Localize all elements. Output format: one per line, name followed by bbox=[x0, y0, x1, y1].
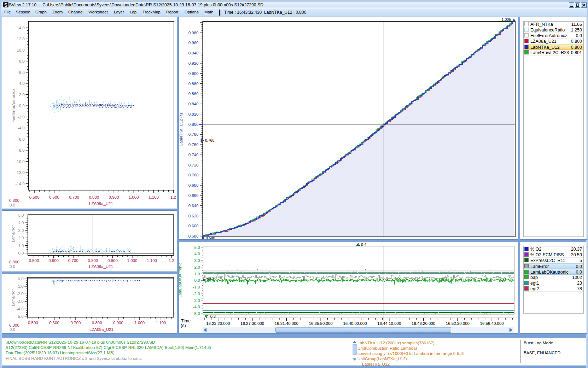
svg-text:0.920: 0.920 bbox=[188, 61, 199, 65]
svg-text:1.2: 1.2 bbox=[170, 195, 176, 199]
svg-text:6.0: 6.0 bbox=[19, 70, 25, 75]
svg-text:0.0: 0.0 bbox=[19, 104, 25, 108]
svg-text:-2.0: -2.0 bbox=[18, 115, 25, 119]
svg-text:0.880: 0.880 bbox=[188, 82, 199, 86]
svg-text:0.900: 0.900 bbox=[188, 71, 199, 76]
svg-text:16:44:10.000: 16:44:10.000 bbox=[377, 321, 401, 326]
svg-text:0.620: 0.620 bbox=[188, 214, 199, 218]
svg-text:0.1: 0.1 bbox=[207, 278, 212, 282]
svg-text:-5.0: -5.0 bbox=[193, 311, 200, 316]
svg-text:0.500: 0.500 bbox=[29, 195, 40, 199]
svg-text:16:40:00.000: 16:40:00.000 bbox=[343, 321, 367, 326]
svg-text:0.900: 0.900 bbox=[107, 258, 118, 263]
svg-text:16:27:30.000: 16:27:30.000 bbox=[240, 321, 264, 326]
svg-text:1.000: 1.000 bbox=[134, 321, 145, 325]
svg-text:16:23:20.000: 16:23:20.000 bbox=[206, 321, 230, 326]
svg-text:-1.0: -1.0 bbox=[193, 285, 200, 289]
svg-text:-6.0: -6.0 bbox=[18, 137, 25, 141]
svg-text:4.0: 4.0 bbox=[18, 221, 24, 225]
svg-text:-4.0: -4.0 bbox=[17, 307, 24, 311]
svg-text:1.100: 1.100 bbox=[149, 195, 159, 199]
svg-text:0.800: 0.800 bbox=[9, 198, 19, 203]
svg-text:0.580: 0.580 bbox=[206, 236, 215, 240]
svg-text:0.0: 0.0 bbox=[10, 203, 15, 207]
svg-text:-10.0: -10.0 bbox=[15, 159, 24, 164]
svg-text:LamError: LamError bbox=[11, 289, 15, 306]
svg-text:1.000: 1.000 bbox=[127, 258, 138, 263]
svg-text:1.2: 1.2 bbox=[169, 258, 174, 263]
svg-text:0.700: 0.700 bbox=[68, 258, 78, 263]
svg-text:0.800: 0.800 bbox=[89, 195, 99, 199]
svg-text:3.0: 3.0 bbox=[18, 228, 24, 233]
svg-text:0.820: 0.820 bbox=[188, 112, 199, 116]
svg-text:0.780: 0.780 bbox=[188, 132, 199, 136]
svg-text:10.0: 10.0 bbox=[17, 48, 24, 52]
svg-text:0.768: 0.768 bbox=[205, 138, 214, 142]
svg-text:-5.0: -5.0 bbox=[17, 314, 24, 319]
svg-text:0.900: 0.900 bbox=[113, 321, 123, 325]
svg-text:2.0: 2.0 bbox=[18, 236, 24, 240]
svg-text:0.600: 0.600 bbox=[49, 321, 59, 325]
svg-text:0.840: 0.840 bbox=[188, 102, 199, 106]
svg-text:0.700: 0.700 bbox=[71, 321, 81, 325]
svg-text:16:56:40.000: 16:56:40.000 bbox=[480, 321, 504, 326]
svg-text:-2.0: -2.0 bbox=[193, 292, 200, 296]
svg-text:5.0: 5.0 bbox=[18, 213, 24, 217]
svg-text:0.980: 0.980 bbox=[188, 31, 199, 35]
svg-text:LZA08a_U21: LZA08a_U21 bbox=[89, 327, 113, 332]
svg-text:4.0: 4.0 bbox=[19, 81, 25, 86]
svg-text:0.720: 0.720 bbox=[188, 163, 199, 167]
svg-text:0.740: 0.740 bbox=[188, 153, 199, 157]
svg-text:0.500: 0.500 bbox=[29, 258, 39, 263]
svg-text:4.0: 4.0 bbox=[194, 252, 200, 256]
svg-text:LabNTKa_U12 (λ): LabNTKa_U12 (λ) bbox=[179, 113, 183, 146]
svg-text:0.700: 0.700 bbox=[69, 195, 79, 199]
svg-text:(s): (s) bbox=[181, 323, 186, 328]
svg-text:0.940: 0.940 bbox=[188, 51, 199, 55]
svg-text:-2.0: -2.0 bbox=[17, 292, 24, 296]
svg-text:14.0: 14.0 bbox=[17, 26, 24, 30]
svg-text:0.860: 0.860 bbox=[188, 92, 199, 96]
svg-text:0.0: 0.0 bbox=[194, 278, 200, 282]
svg-text:2.0: 2.0 bbox=[194, 265, 200, 269]
svg-text:LZA08a_U21: LZA08a_U21 bbox=[89, 201, 113, 206]
svg-text:16:48:20.000: 16:48:20.000 bbox=[412, 321, 435, 326]
svg-text:0.700: 0.700 bbox=[188, 173, 199, 177]
svg-text:0.960: 0.960 bbox=[188, 41, 199, 45]
svg-text:0.800: 0.800 bbox=[9, 260, 19, 264]
svg-text:-8.0: -8.0 bbox=[18, 148, 25, 152]
svg-text:-3.0: -3.0 bbox=[17, 299, 24, 303]
svg-text:16:35:50.000: 16:35:50.000 bbox=[309, 321, 333, 326]
svg-text:LamError: LamError bbox=[11, 225, 15, 242]
svg-text:0.500: 0.500 bbox=[28, 321, 38, 325]
svg-text:LZA08a_U21: LZA08a_U21 bbox=[89, 264, 113, 269]
svg-text:0.640: 0.640 bbox=[188, 204, 199, 208]
svg-text:0.680: 0.680 bbox=[188, 183, 199, 187]
svg-text:1.0: 1.0 bbox=[194, 272, 200, 276]
svg-text:1.000: 1.000 bbox=[129, 195, 139, 199]
svg-text:16:31:40.000: 16:31:40.000 bbox=[275, 321, 298, 326]
svg-text:8.0: 8.0 bbox=[19, 59, 25, 63]
svg-text:-12.0: -12.0 bbox=[15, 170, 24, 175]
svg-text:0.0: 0.0 bbox=[18, 251, 24, 255]
svg-text:-14.0: -14.0 bbox=[15, 182, 24, 186]
svg-text:-4.0: -4.0 bbox=[18, 126, 25, 130]
svg-text:-3.0: -3.0 bbox=[193, 298, 200, 303]
svg-text:16:52:30.000: 16:52:30.000 bbox=[446, 321, 470, 326]
svg-text:FuelErrorAutronicz: FuelErrorAutronicz bbox=[11, 89, 16, 123]
svg-text:0.660: 0.660 bbox=[188, 193, 199, 198]
svg-text:0.600: 0.600 bbox=[188, 224, 199, 228]
svg-text:0.600: 0.600 bbox=[48, 258, 59, 263]
svg-text:-1.0: -1.0 bbox=[17, 284, 24, 288]
svg-text:1.100: 1.100 bbox=[147, 258, 157, 263]
svg-text:LamLabOKautronic: LamLabOKautronic bbox=[179, 263, 182, 298]
svg-text:S: S bbox=[4, 2, 7, 8]
svg-text:0.760: 0.760 bbox=[188, 142, 199, 147]
svg-text:0.0: 0.0 bbox=[10, 264, 15, 269]
svg-text:0.0: 0.0 bbox=[10, 327, 15, 332]
svg-text:1.100: 1.100 bbox=[156, 321, 166, 325]
svg-text:12.0: 12.0 bbox=[17, 37, 24, 41]
svg-text:5.0: 5.0 bbox=[194, 245, 200, 250]
svg-text:3.0: 3.0 bbox=[194, 258, 200, 263]
svg-text:2.0: 2.0 bbox=[19, 93, 25, 97]
